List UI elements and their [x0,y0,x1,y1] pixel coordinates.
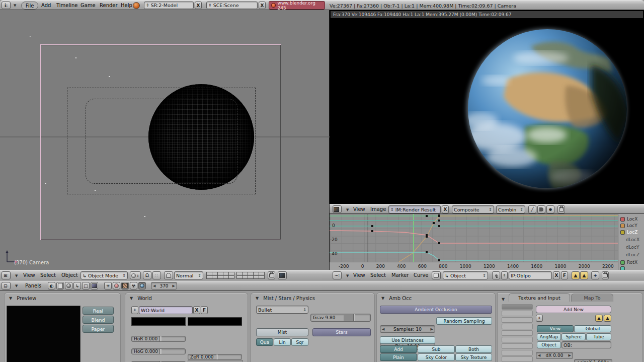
texture-buttons-icon[interactable] [121,282,129,289]
ao-blend-both[interactable]: Both [455,345,492,353]
viewport-3d[interactable]: (370) Camera [0,10,330,270]
mist-falloff-lin[interactable]: Lin [274,338,291,346]
material-buttons-icon[interactable] [113,282,120,289]
web-link-button[interactable]: www.blender.org 245 [269,1,325,10]
preview-blend-button[interactable]: Blend [83,316,114,324]
file-menu[interactable]: File [21,2,38,10]
ipo-browse-button[interactable]: ⇕ [501,271,508,279]
texture-space-down-button[interactable]: ▲ [604,315,611,322]
editor-type-ipo-icon[interactable]: ~: [333,271,342,279]
locy-swatch[interactable] [620,224,625,228]
dot-icon[interactable]: ● [546,205,554,213]
ao-source-sky-texture[interactable]: Sky Texture [455,353,492,361]
texco-global[interactable]: Global [574,325,611,332]
texture-slot[interactable] [502,356,533,362]
preview-paper-button[interactable]: Paper [83,325,114,333]
world-browse-button[interactable]: ⇕ [131,306,138,314]
object-name-field[interactable]: OB: [561,341,611,348]
ipo-datablock-field[interactable]: IP:ObIpo [509,271,552,279]
editor-type-buttons-icon[interactable]: ⊟: [2,282,11,289]
lamp-buttons-icon[interactable]: ☀ [104,282,112,289]
tab-texture-and-input[interactable]: Texture and Input [509,293,570,302]
texco-object[interactable]: Object [537,341,561,348]
gravity-slider[interactable]: Grav 9.80 [310,314,371,322]
world-panel-title[interactable]: ▼World [125,293,248,301]
header-collapse-icon[interactable]: ▼ [346,274,349,278]
screen-close-button[interactable]: X [195,2,202,9]
dx-field[interactable]: ◀dX 0.00▶ [536,352,573,359]
combine-selector[interactable]: Combin⇕ [496,205,525,213]
layer-buttons-group-2[interactable] [236,272,265,279]
world-fake-user-button[interactable]: F [201,306,208,314]
scene-selector[interactable]: ⇕SCE:Scene [206,2,258,9]
ipo-lock-button[interactable] [602,271,609,279]
ao-source-plain[interactable]: Plain [380,353,417,361]
zer-slider[interactable]: ZeR 0.000 [188,354,242,360]
keyframe-jump-right-button[interactable]: ▲ [580,271,588,279]
header-collapse-icon[interactable]: ▼ [15,274,18,278]
center-view-button[interactable]: + [591,271,599,279]
add-menu[interactable]: Add [41,3,51,8]
amb-occ-panel-title[interactable]: ▼Amb Occ [377,293,495,301]
header-collapse-icon[interactable]: ▼ [15,284,18,288]
image-editor-view[interactable]: Fra:370 Ve:109446 Fa:109440 Ha:1 La:1 Me… [330,10,644,204]
ao-use-distances-toggle[interactable]: Use Distances [380,336,435,344]
shading-buttons-icon[interactable] [65,282,72,289]
collapse-triangle-icon[interactable]: ▼ [9,296,12,301]
scene-buttons-icon[interactable] [91,282,98,289]
render-menu[interactable]: Render [100,3,118,8]
texture-channel-list[interactable] [502,304,533,362]
mist-panel-title[interactable]: ▼Mist / Stars / Physics [251,293,374,301]
horizon-color-swatch[interactable] [131,317,186,326]
channel-dlocz[interactable]: dLocZ [626,252,639,257]
ambient-occlusion-toggle-active[interactable]: Ambient Occlusion [380,306,492,314]
texture-slot[interactable] [502,324,533,329]
object-menu-3d[interactable]: Object [61,272,78,278]
ipo-copy-icon[interactable] [432,271,441,279]
stars-toggle-active[interactable]: Stars [312,328,371,336]
falloff-selector[interactable]: Normal⇕ [174,271,203,279]
draw-type-selector[interactable]: ⇕ [130,271,141,279]
select-menu-ipo[interactable]: Select [370,272,386,278]
texture-slot[interactable] [502,317,533,323]
physics-engine-selector[interactable]: Bullet⇕ [256,306,308,314]
editing-buttons-icon[interactable]: □ [82,282,90,289]
frame-decrement-icon[interactable]: ◀ [153,284,155,288]
mist-toggle[interactable]: Mist [256,328,308,336]
preview-panel-title[interactable]: ▼Preview [5,293,120,301]
frame-increment-icon[interactable]: ▶ [173,284,175,288]
marker-menu-ipo[interactable]: Marker [391,272,409,278]
panels-menu[interactable]: Panels [25,283,41,288]
collapse-triangle-icon[interactable]: ▼ [130,296,133,301]
texture-slot[interactable] [502,311,533,316]
paint-brush-icon[interactable]: ╱ [528,205,536,213]
texture-slot[interactable] [502,330,533,336]
proportional-edit-icon[interactable] [164,271,173,279]
editor-type-3d-icon[interactable]: ⊞: [2,271,11,279]
world-datablock-field[interactable]: WO:World [139,306,193,314]
ao-blend-sub[interactable]: Sub [418,345,455,353]
collapse-triangle-icon[interactable]: ▼ [381,296,384,301]
preview-real-button[interactable]: Real [83,307,114,315]
locx-swatch[interactable] [620,217,625,222]
mist-falloff-sqr[interactable]: Sqr [291,338,308,346]
keyframe-jump-left-button[interactable]: ▲ [572,271,580,279]
scene-close-button[interactable]: X [259,2,266,9]
world-buttons-icon-active[interactable] [138,282,146,289]
logic-buttons-icon[interactable]: ◐ [48,282,55,289]
mist-falloff-qua[interactable]: Qua [256,338,273,346]
ipo-close-button[interactable]: X [553,271,560,279]
curve-menu-ipo[interactable]: Curve [414,272,429,278]
channel-rotx[interactable]: RotX [620,260,637,265]
pin-icon[interactable] [492,271,500,279]
texture-slot[interactable] [502,350,533,355]
image-close-button[interactable]: X [442,205,449,213]
add-new-texture-button[interactable]: Add New [536,306,611,313]
texco-view[interactable]: View [537,325,574,332]
texture-space-up-button[interactable]: ▲ [595,315,603,322]
texture-slot[interactable] [502,343,533,349]
sizex-field[interactable]: ◀sizeX 1.000▶ [574,359,612,362]
texture-slot[interactable] [502,337,533,342]
timeline-menu[interactable]: Timeline [56,3,78,8]
world-close-button[interactable]: X [193,306,200,314]
